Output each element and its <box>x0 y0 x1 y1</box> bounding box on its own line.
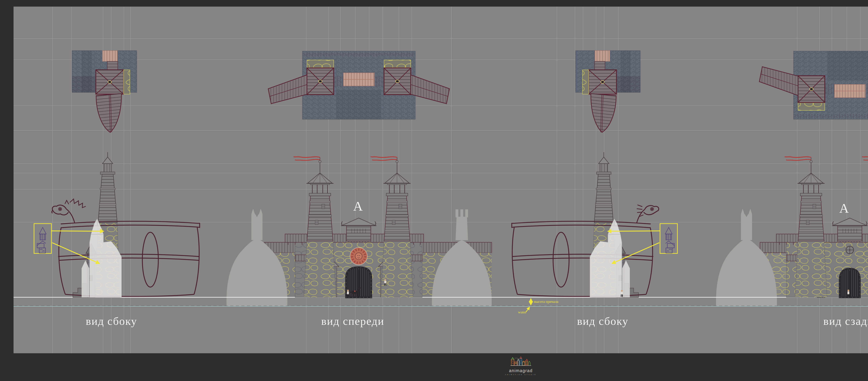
view-label-front: вид спереди <box>321 315 384 327</box>
pier-height-label: высота причала <box>534 300 558 304</box>
section-marker-back: A <box>839 201 849 216</box>
round-window <box>846 246 854 254</box>
view-label-back: вид сзади <box>824 315 868 327</box>
concept-art-sheet: вид сбоку вид спереди вид сбоку вид сзад… <box>0 0 868 381</box>
logo-subtitle: ANIMATION STUDIO <box>505 374 536 376</box>
view-label-side-right: вид сбоку <box>577 315 628 327</box>
logo-town-icon <box>510 356 532 367</box>
view-label-side-left: вид сбоку <box>86 315 137 327</box>
back-gate <box>840 269 860 297</box>
logo-name: animagrad <box>505 368 536 373</box>
studio-logo: animagrad ANIMATION STUDIO <box>505 356 536 376</box>
sun-rose-medallion <box>350 247 367 265</box>
section-marker-front: A <box>353 199 363 214</box>
water-label: water <box>518 310 527 314</box>
main-gate <box>346 267 371 297</box>
